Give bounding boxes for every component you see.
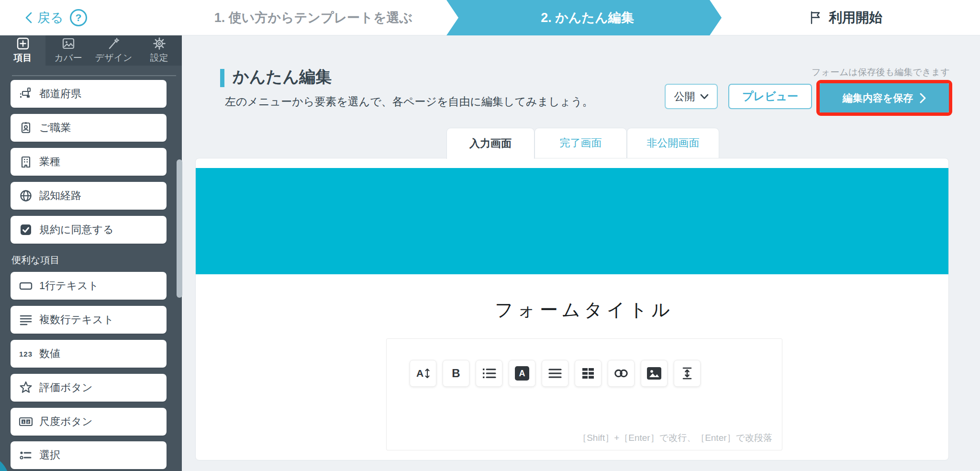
sidebar-item-agree-terms[interactable]: 規約に同意する — [11, 216, 167, 244]
sidebar-tab-label: カバー — [55, 52, 82, 64]
form-cover-band — [196, 168, 948, 274]
chevron-left-icon — [25, 11, 33, 24]
sidebar-tab-label: デザイン — [95, 52, 133, 64]
top-bar: 戻る ? 1. 使い方からテンプレートを選ぶ 2. かんたん編集 利用開始 — [0, 0, 980, 35]
id-badge-icon — [18, 120, 33, 135]
number-icon: 123 — [18, 346, 33, 361]
sidebar-scrollbar[interactable] — [177, 159, 182, 298]
font-size-icon: A — [416, 368, 430, 379]
wand-icon — [108, 37, 120, 50]
select-list-icon — [18, 448, 33, 463]
sidebar-item-label: 1行テキスト — [39, 279, 99, 293]
tab-private-screen[interactable]: 非公開画面 — [627, 128, 719, 158]
insert-image-button[interactable] — [641, 360, 668, 387]
multi-line-text-icon — [18, 312, 33, 327]
table-icon — [581, 367, 595, 380]
form-preview-card: フォームタイトル A B — [195, 158, 949, 460]
number-glyph: 123 — [19, 350, 33, 358]
sidebar-item-scale-button[interactable]: 12 尺度ボタン — [11, 408, 167, 436]
save-label: 編集内容を保存 — [843, 91, 913, 105]
bullet-list-icon — [482, 367, 496, 380]
sidebar-item-number[interactable]: 123 数値 — [11, 340, 167, 368]
scale-icon: 12 — [18, 414, 33, 429]
sidebar: 項目 カバー デザイン — [0, 35, 182, 471]
prefecture-map-icon — [18, 86, 33, 101]
save-button[interactable]: 編集内容を保存 — [820, 83, 949, 112]
preview-label: プレビュー — [742, 89, 798, 104]
tab-complete-screen[interactable]: 完了画面 — [535, 128, 627, 158]
breadcrumb-step-1: 1. 使い方からテンプレートを選ぶ — [211, 0, 416, 35]
editor-hint: ［Shift］+［Enter］で改行、［Enter］で改段落 — [578, 432, 772, 444]
globe-icon — [18, 188, 33, 203]
sidebar-item-label: 選択 — [39, 448, 60, 462]
line-spacing-button[interactable] — [674, 360, 701, 387]
sidebar-tab-items[interactable]: 項目 — [0, 35, 45, 66]
align-button[interactable] — [542, 360, 568, 387]
form-title[interactable]: フォームタイトル — [386, 298, 782, 322]
text-color-button[interactable]: A — [509, 360, 535, 387]
back-label: 戻る — [37, 9, 64, 26]
page-subtitle: 左のメニューから要素を選んで、各ページを自由に編集してみましょう。 — [225, 94, 593, 109]
sidebar-divider — [12, 75, 176, 76]
sidebar-item-select[interactable]: 選択 — [11, 441, 167, 469]
single-line-text-icon — [18, 278, 33, 293]
sidebar-item-label: 規約に同意する — [39, 223, 114, 237]
sidebar-item-label: ご職業 — [39, 121, 71, 135]
sidebar-tab-strip: 項目 カバー デザイン — [0, 35, 182, 66]
align-icon — [548, 368, 562, 379]
sidebar-item-prefecture[interactable]: 都道府県 — [11, 80, 167, 108]
plus-square-icon — [17, 37, 29, 50]
start-usage-button[interactable]: 利用開始 — [810, 0, 882, 35]
sidebar-item-label: 複数行テキスト — [39, 313, 114, 327]
page-title: かんたん編集 — [233, 66, 332, 88]
sidebar-tab-label: 設定 — [150, 52, 168, 64]
start-label: 利用開始 — [829, 9, 882, 27]
sidebar-item-occupation[interactable]: ご職業 — [11, 114, 167, 142]
publish-dropdown[interactable]: 公開 — [665, 84, 718, 109]
sidebar-item-label: 数値 — [39, 347, 60, 361]
building-icon — [18, 154, 33, 169]
svg-text:2: 2 — [27, 420, 30, 424]
flag-icon — [810, 11, 822, 24]
sidebar-tab-design[interactable]: デザイン — [91, 35, 136, 66]
bold-button[interactable]: B — [443, 360, 469, 387]
gear-icon — [153, 37, 166, 50]
chevron-right-icon — [920, 93, 926, 103]
sidebar-item-label: 尺度ボタン — [39, 415, 93, 429]
form-builder-screen: 戻る ? 1. 使い方からテンプレートを選ぶ 2. かんたん編集 利用開始 項目 — [0, 0, 980, 471]
back-button[interactable]: 戻る — [25, 0, 64, 35]
sidebar-item-single-line-text[interactable]: 1行テキスト — [11, 272, 167, 300]
text-color-icon: A — [515, 366, 529, 381]
form-text-editor[interactable]: A B A — [386, 338, 782, 450]
save-note: フォームは保存後も編集できます — [812, 66, 950, 78]
bold-icon: B — [452, 367, 460, 380]
checkbox-checked-icon — [18, 222, 33, 237]
table-button[interactable] — [575, 360, 601, 387]
editor-toolbar: A B A — [410, 360, 701, 387]
sidebar-item-label: 業種 — [39, 155, 60, 169]
sidebar-item-rating-button[interactable]: 評価ボタン — [11, 374, 167, 402]
sidebar-item-awareness[interactable]: 認知経路 — [11, 182, 167, 210]
chevron-down-icon — [700, 94, 709, 100]
highlight-annotation-rect: 編集内容を保存 — [816, 80, 952, 116]
breadcrumb-step-2-active: 2. かんたん編集 — [446, 0, 722, 35]
svg-text:1: 1 — [22, 420, 25, 424]
star-icon — [18, 380, 33, 395]
sidebar-tab-settings[interactable]: 設定 — [136, 35, 182, 66]
preview-button[interactable]: プレビュー — [728, 84, 812, 109]
font-size-button[interactable]: A — [410, 360, 436, 387]
sidebar-section-label: 便利な項目 — [11, 254, 59, 267]
sidebar-tab-cover[interactable]: カバー — [45, 35, 91, 66]
sidebar-item-label: 認知経路 — [39, 189, 81, 203]
sidebar-item-industry[interactable]: 業種 — [11, 148, 167, 176]
image-insert-icon — [646, 367, 662, 380]
sidebar-item-multi-line-text[interactable]: 複数行テキスト — [11, 306, 167, 334]
sidebar-item-label: 評価ボタン — [39, 381, 93, 395]
bullet-list-button[interactable] — [476, 360, 502, 387]
tab-input-screen[interactable]: 入力画面 — [446, 128, 535, 159]
link-button[interactable] — [608, 360, 635, 387]
help-glyph: ? — [76, 12, 82, 23]
sidebar-item-label: 都道府県 — [39, 87, 81, 101]
help-icon[interactable]: ? — [70, 9, 87, 26]
publish-label: 公開 — [674, 90, 695, 104]
